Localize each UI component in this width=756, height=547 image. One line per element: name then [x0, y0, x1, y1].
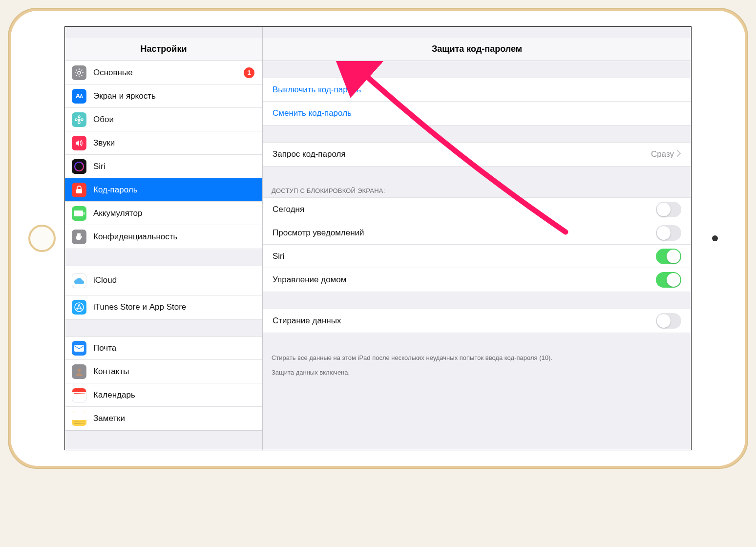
battery-icon — [72, 206, 86, 221]
erase-data-row[interactable]: Стирание данных — [263, 309, 691, 333]
svg-rect-14 — [76, 189, 82, 193]
lockscreen-access-group: СегодняПросмотр уведомленийSiriУправлени… — [263, 197, 691, 292]
sidebar-item-label: iTunes Store и App Store — [93, 302, 186, 312]
sidebar-item-label: Основные — [93, 68, 133, 78]
sidebar-item-label: Почта — [93, 343, 116, 353]
contacts-icon — [72, 364, 86, 379]
require-passcode-value: Сразу — [651, 149, 674, 159]
settings-sidebar: Настройки Основные1AAЭкран и яркостьОбои… — [65, 27, 263, 450]
require-passcode-row[interactable]: Запрос код-пароля Сразу — [263, 143, 691, 166]
svg-point-11 — [81, 119, 83, 121]
sidebar-item-privacy[interactable]: Конфиденциальность — [65, 225, 262, 249]
sidebar-item-label: Конфиденциальность — [93, 232, 177, 242]
lockscreen-notifications-label: Просмотр уведомлений — [273, 228, 364, 238]
lockscreen-home-label: Управление домом — [273, 275, 346, 285]
sidebar-item-label: Контакты — [93, 367, 129, 377]
ipad-bezel: iPad 9:55 90 % — [15, 15, 741, 462]
svg-rect-15 — [74, 210, 83, 216]
sidebar-item-general[interactable]: Основные1 — [65, 61, 262, 84]
ipad-frame: iPad 9:55 90 % — [8, 8, 748, 469]
hand-icon — [72, 230, 86, 244]
lockscreen-access-header: ДОСТУП С БЛОКИРОВКОЙ ЭКРАНА: — [263, 183, 691, 197]
sidebar-item-notes[interactable]: Заметки — [65, 407, 262, 430]
siri-icon — [72, 159, 86, 174]
lockscreen-notifications-row[interactable]: Просмотр уведомлений — [263, 221, 691, 245]
badge: 1 — [244, 67, 254, 78]
svg-point-9 — [78, 122, 80, 124]
require-passcode-label: Запрос код-пароля — [273, 149, 346, 159]
svg-point-10 — [75, 119, 77, 121]
sidebar-item-label: Заметки — [93, 414, 125, 423]
mail-icon — [72, 341, 86, 356]
svg-rect-12 — [72, 159, 86, 174]
ipad-inner: iPad 9:55 90 % — [11, 11, 745, 466]
sidebar-item-itunes[interactable]: iTunes Store и App Store — [65, 295, 262, 319]
sidebar-group: iCloud iTunes Store и App Store — [65, 266, 262, 319]
sidebar-item-mail[interactable]: Почта — [65, 337, 262, 360]
lockscreen-today-switch[interactable] — [656, 202, 681, 217]
chevron-right-icon — [677, 149, 681, 159]
home-button[interactable] — [28, 225, 56, 252]
sidebar-item-display[interactable]: AAЭкран и яркость — [65, 84, 262, 108]
calendar-icon — [72, 388, 86, 402]
sidebar-item-label: Календарь — [93, 390, 135, 400]
lockscreen-home-row[interactable]: Управление домом — [263, 268, 691, 292]
sidebar-item-icloud[interactable]: iCloud — [65, 266, 262, 295]
svg-point-19 — [78, 368, 81, 372]
lockscreen-home-switch[interactable] — [656, 272, 681, 288]
sidebar-item-siri[interactable]: Siri — [65, 155, 262, 178]
sidebar-item-label: Код-пароль — [93, 185, 138, 195]
erase-data-label: Стирание данных — [273, 316, 341, 326]
svg-point-8 — [78, 116, 80, 118]
detail-title: Защита код-паролем — [263, 38, 691, 61]
cloud-icon — [72, 274, 86, 288]
sidebar-item-label: Аккумулятор — [93, 209, 142, 218]
sidebar-item-calendar[interactable]: Календарь — [65, 383, 262, 407]
change-passcode-label: Сменить код-пароль — [273, 108, 352, 118]
text-size-icon: AA — [72, 89, 86, 104]
passcode-actions-group: Выключить код-пароль Сменить код-пароль — [263, 78, 691, 126]
sidebar-title: Настройки — [65, 38, 262, 61]
erase-data-group: Стирание данных — [263, 309, 691, 333]
svg-point-6 — [78, 71, 81, 74]
change-passcode-row[interactable]: Сменить код-пароль — [263, 102, 691, 125]
speaker-icon — [72, 136, 86, 150]
sidebar-item-sounds[interactable]: Звуки — [65, 131, 262, 155]
sidebar-item-label: iCloud — [93, 275, 117, 285]
svg-point-7 — [78, 118, 81, 121]
notes-icon — [72, 411, 86, 426]
data-protection-footer: Защита данных включена. — [263, 366, 691, 381]
detail-pane: Защита код-паролем Выключить код-пароль … — [263, 27, 691, 450]
turn-off-passcode-row[interactable]: Выключить код-пароль — [263, 78, 691, 102]
sidebar-item-wallpaper[interactable]: Обои — [65, 108, 262, 131]
lockscreen-today-row[interactable]: Сегодня — [263, 198, 691, 221]
lockscreen-notifications-switch[interactable] — [656, 225, 681, 241]
erase-data-footer: Стирать все данные на этом iPad после не… — [263, 350, 691, 366]
sidebar-group: ПочтаКонтактыКалендарьЗаметки — [65, 336, 262, 431]
lockscreen-today-label: Сегодня — [273, 205, 304, 214]
appstore-icon — [72, 300, 86, 315]
lock-icon — [72, 183, 86, 197]
sidebar-item-battery[interactable]: Аккумулятор — [65, 202, 262, 225]
svg-rect-16 — [84, 212, 84, 215]
sidebar-group: Основные1AAЭкран и яркостьОбоиЗвукиSiriК… — [65, 61, 262, 249]
erase-data-switch[interactable] — [656, 313, 681, 329]
turn-off-passcode-label: Выключить код-пароль — [273, 85, 361, 95]
sidebar-item-label: Звуки — [93, 138, 115, 148]
lockscreen-siri-label: Siri — [273, 252, 285, 261]
sidebar-item-label: Экран и яркость — [93, 91, 156, 101]
screen: iPad 9:55 90 % — [64, 26, 692, 450]
sidebar-item-label: Siri — [93, 162, 105, 171]
require-passcode-group: Запрос код-пароля Сразу — [263, 142, 691, 167]
lockscreen-siri-switch[interactable] — [656, 249, 681, 264]
gear-icon — [72, 65, 86, 80]
sidebar-item-contacts[interactable]: Контакты — [65, 360, 262, 383]
sidebar-item-passcode[interactable]: Код-пароль — [65, 178, 262, 202]
sidebar-item-label: Обои — [93, 115, 114, 125]
lockscreen-siri-row[interactable]: Siri — [263, 245, 691, 268]
flower-icon — [72, 112, 86, 127]
front-camera — [712, 235, 718, 241]
svg-rect-18 — [74, 345, 84, 352]
